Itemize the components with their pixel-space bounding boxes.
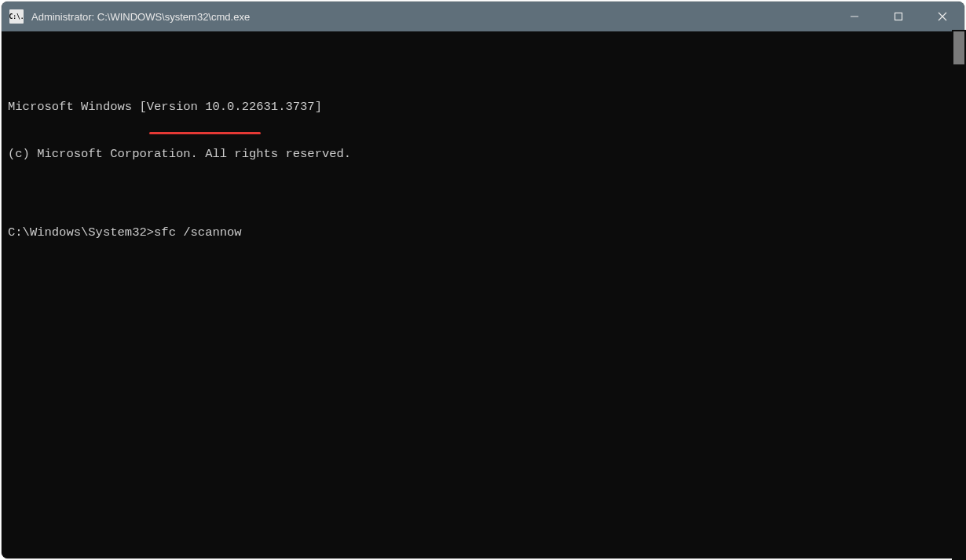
terminal-prompt: C:\Windows\System32>	[8, 225, 154, 240]
terminal-line-copyright: (c) Microsoft Corporation. All rights re…	[8, 146, 958, 162]
window-controls	[832, 2, 964, 31]
cmd-window: C:\. Administrator: C:\WINDOWS\system32\…	[2, 2, 964, 558]
scrollbar-track[interactable]	[952, 30, 964, 558]
scrollbar-thumb[interactable]	[953, 31, 964, 64]
terminal-prompt-line: C:\Windows\System32>sfc /scannow	[8, 225, 958, 240]
titlebar[interactable]: C:\. Administrator: C:\WINDOWS\system32\…	[2, 2, 964, 31]
cmd-icon: C:\.	[9, 9, 24, 24]
terminal-line-version: Microsoft Windows [Version 10.0.22631.37…	[8, 99, 958, 115]
close-button[interactable]	[920, 2, 964, 31]
maximize-button[interactable]	[876, 2, 920, 31]
terminal-content: Microsoft Windows [Version 10.0.22631.37…	[8, 68, 958, 287]
minimize-icon	[850, 12, 859, 21]
annotation-underline	[149, 132, 261, 134]
minimize-button[interactable]	[832, 2, 876, 31]
close-icon	[938, 12, 947, 21]
svg-rect-1	[895, 13, 902, 20]
terminal-command: sfc /scannow	[154, 225, 242, 240]
maximize-icon	[894, 12, 903, 21]
cmd-icon-text: C:\.	[9, 13, 24, 20]
window-title: Administrator: C:\WINDOWS\system32\cmd.e…	[31, 11, 832, 23]
terminal-area[interactable]: Microsoft Windows [Version 10.0.22631.37…	[2, 31, 964, 558]
